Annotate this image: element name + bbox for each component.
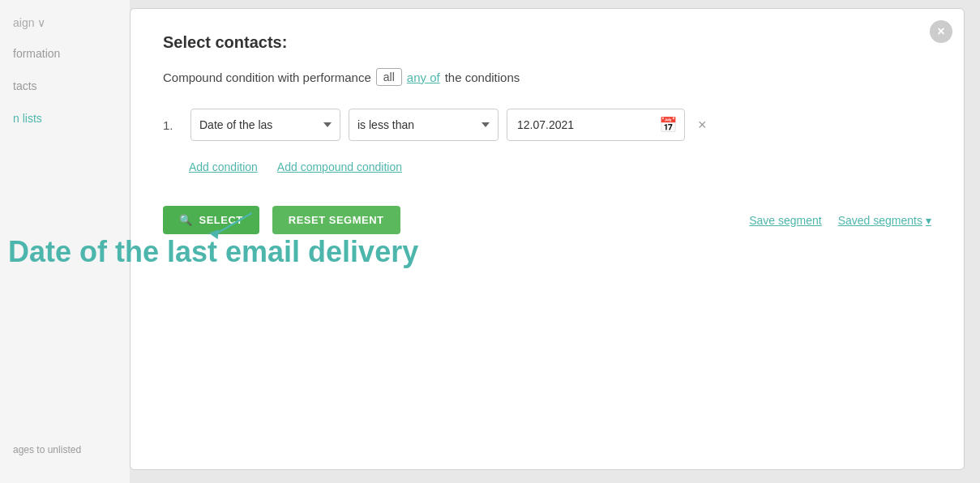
remove-icon: ×: [698, 117, 707, 133]
condition-row-1: 1. Date of the las is less than 📅 ×: [163, 109, 931, 141]
date-input[interactable]: [507, 109, 685, 141]
reset-label: RESET SEGMENT: [289, 214, 384, 226]
tooltip-label: Date of the last email delivery: [8, 235, 418, 269]
remove-condition-button[interactable]: ×: [693, 117, 712, 134]
condition-prefix: Compound condition with performance: [163, 71, 371, 84]
sidebar-item-formation[interactable]: formation: [0, 37, 130, 70]
operator-selector[interactable]: is less than: [349, 109, 499, 141]
condition-description: Compound condition with performance all …: [163, 68, 931, 86]
sidebar-bottom: ages to unlisted: [0, 441, 126, 459]
saved-segments-button[interactable]: Saved segments ▾: [838, 214, 931, 227]
sidebar-item-lists[interactable]: n lists: [0, 102, 130, 135]
saved-segments-label: Saved segments: [838, 214, 922, 227]
right-links: Save segment Saved segments ▾: [749, 214, 931, 227]
search-icon: 🔍: [179, 214, 193, 226]
date-input-wrap: 📅: [507, 109, 685, 141]
sidebar-nav-top: aign ∨: [0, 0, 130, 37]
close-icon: ×: [937, 24, 944, 39]
tag-all[interactable]: all: [376, 68, 402, 86]
modal-title: Select contacts:: [163, 33, 931, 52]
field-selector[interactable]: Date of the las: [190, 109, 340, 141]
add-condition-button[interactable]: Add condition: [189, 160, 258, 173]
reset-button[interactable]: RESET SEGMENT: [272, 206, 400, 234]
sidebar-item-contacts[interactable]: tacts: [0, 70, 130, 102]
tag-any[interactable]: any of: [407, 71, 440, 84]
action-row: 🔍 SELECT RESET SEGMENT Save segment Save…: [163, 206, 931, 234]
svg-line-0: [216, 213, 252, 234]
close-button[interactable]: ×: [930, 20, 952, 43]
condition-suffix: the conditions: [445, 71, 520, 84]
add-compound-button[interactable]: Add compound condition: [277, 160, 402, 173]
chevron-down-icon: ▾: [926, 214, 931, 227]
condition-number: 1.: [163, 118, 182, 132]
save-segment-button[interactable]: Save segment: [749, 214, 822, 227]
sidebar-bottom-sub: ages to unlisted: [0, 441, 126, 459]
add-links: Add condition Add compound condition: [189, 160, 931, 173]
